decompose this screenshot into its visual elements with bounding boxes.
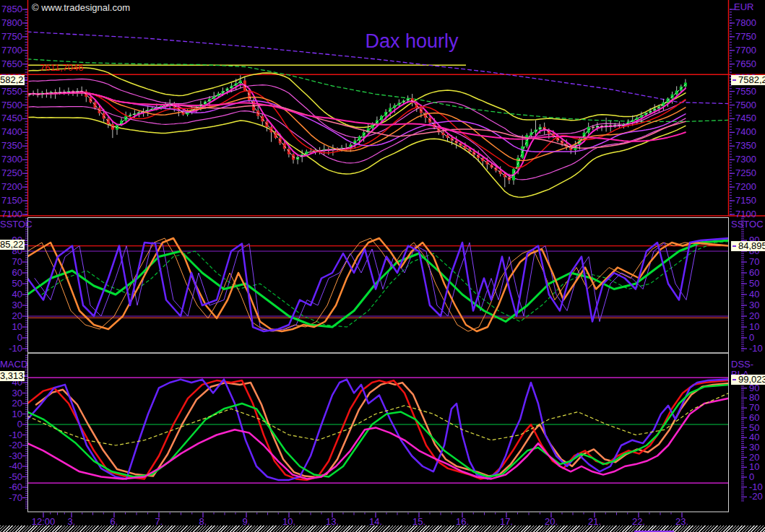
last-price-box-left: 582,27 <box>0 75 25 85</box>
macd-value-box-left: 3,3133 <box>0 371 25 381</box>
macd-plot-area[interactable] <box>27 354 729 512</box>
last-price-box-right: 7582,27 <box>731 75 765 85</box>
sstoc-value-left: 85,227 <box>0 240 25 250</box>
sstoc-value-box-right: 84,8956 <box>731 241 765 251</box>
sstoc-title-left: SSTOC <box>0 219 26 230</box>
tick-dash-icon <box>732 379 736 380</box>
tick-dash-icon <box>732 79 736 81</box>
sstoc-title-right: SSTOC <box>731 219 764 230</box>
last-price-left: 582,27 <box>0 75 25 85</box>
tick-dash-icon <box>732 245 736 247</box>
macd-value-left: 3,3133 <box>0 371 25 381</box>
price-plot-area[interactable] <box>27 0 729 216</box>
dss-value-box-right: 99,0234 <box>731 375 765 385</box>
sstoc-value-right: 84,8956 <box>738 241 765 251</box>
last-price-right: 7582,27 <box>738 75 765 85</box>
macd-title: MACD <box>0 359 26 370</box>
sstoc-value-box-left: 85,227 <box>0 240 25 250</box>
symbol-label: EUR <box>734 1 753 12</box>
sstoc-plot-area[interactable] <box>27 218 729 352</box>
time-axis-area[interactable] <box>27 512 729 526</box>
dss-value-right: 99,0234 <box>738 375 765 385</box>
tradesignal-chart-window: 7850780077507700765076007550750074507400… <box>0 0 765 532</box>
